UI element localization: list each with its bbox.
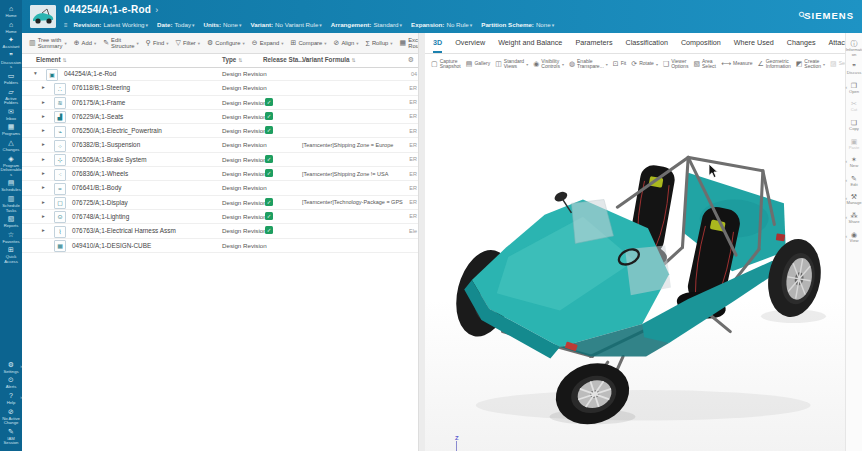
sidebar-item-folders[interactable]: ▭Folders <box>0 72 22 86</box>
sidebar-item-quick-access[interactable]: ⊞Quick Access <box>0 246 22 264</box>
compare-button[interactable]: ⊞Compare▾ <box>288 38 330 48</box>
table-row[interactable]: ▸▢076725/A;1-DisplayDesign Revision✓[Tea… <box>22 196 418 210</box>
table-row[interactable]: ▸⌁076250/A;1-Electric_PowertrainDesign R… <box>22 124 418 138</box>
expander-icon[interactable]: ▸ <box>42 213 45 219</box>
sidebar-item-active-folders[interactable]: ▱Active Folders <box>0 88 22 106</box>
area-select-button[interactable]: ▧Area Select <box>693 59 716 70</box>
column-header-element[interactable]: Element⇅ <box>36 56 67 63</box>
tab-composition[interactable]: Composition <box>681 33 721 53</box>
rotate-button[interactable]: ⟳Rotate▾ <box>631 60 658 68</box>
3d-viewer-canvas[interactable]: Z <box>425 74 845 451</box>
sidebar-item-changes[interactable]: △Changes <box>0 139 22 153</box>
command-manage[interactable]: ⚒Manage‹ <box>846 193 862 206</box>
table-row[interactable]: ▸∴076118/B;1-SteeringDesign RevisionER <box>22 81 418 95</box>
viewer-options-button[interactable]: ❑Viewer Options <box>663 59 689 70</box>
sidebar-item-programs[interactable]: ▦Programs <box>0 123 22 137</box>
expander-icon[interactable]: ▸ <box>42 199 45 205</box>
table-row[interactable]: ▸⁘076382/B;1-SuspensionDesign Revision[T… <box>22 138 418 152</box>
tab-changes[interactable]: Changes <box>787 33 816 53</box>
sidebar-item-settings[interactable]: ⚙Settings› <box>0 361 22 375</box>
sidebar-item-inbox[interactable]: ✉Inbox <box>0 108 22 122</box>
sidebar-item-iam-session[interactable]: ✎IAM Session <box>0 428 22 446</box>
tree-with-summary-button[interactable]: ▥Tree with Summary▾ <box>26 36 70 50</box>
tab-where-used[interactable]: Where Used <box>734 33 774 53</box>
config-expansion[interactable]: Expansion:No Rule▾ <box>411 21 472 28</box>
table-row[interactable]: ▦049410/A;1-DESIGN-CUBEDesign Revision <box>22 239 418 253</box>
expander-icon[interactable]: ▸ <box>42 113 45 119</box>
column-header-variant-formula[interactable]: Variant Formula⇅ <box>302 56 356 63</box>
sidebar-item-discussions[interactable]: ❞Discussions <box>0 52 22 70</box>
fit-button[interactable]: ⊡Fit <box>613 60 626 68</box>
table-row[interactable]: ▸⊹076505/A;1-Brake SystemDesign Revision… <box>22 153 418 167</box>
expander-icon[interactable]: ▸ <box>42 170 45 176</box>
find-button[interactable]: ⚲Find▾ <box>143 38 172 48</box>
table-row[interactable]: ▸⁖076836/A;1-WheelsDesign Revision✓[Team… <box>22 167 418 181</box>
tab-parameters[interactable]: Parameters <box>575 33 612 53</box>
sidebar-item-home[interactable]: ⌂Home <box>0 5 22 19</box>
sidebar-item-favorites[interactable]: ☆Favorites <box>0 231 22 245</box>
rollup-button[interactable]: ΣRollup▾ <box>363 39 396 48</box>
config-arrangement[interactable]: Arrangement:Standard▾ <box>331 21 402 28</box>
create-section-button[interactable]: ◩Create Section▾ <box>796 59 825 70</box>
expander-icon[interactable]: ▾ <box>34 70 37 76</box>
sidebar-item-reports[interactable]: ▧Reports <box>0 215 22 229</box>
breadcrumb-chevron-icon[interactable]: › <box>155 5 158 15</box>
config-units[interactable]: Units:None▾ <box>204 21 242 28</box>
sidebar-item-alerts[interactable]: ⊙Alerts <box>0 376 22 390</box>
sidebar-item-no-active-change[interactable]: ⊘No Active Change <box>0 408 22 426</box>
command-edit[interactable]: ✎Edit‹ <box>846 175 862 188</box>
standard-views-button[interactable]: ◫Standard Views▾ <box>495 59 528 70</box>
filter-button[interactable]: ▽Filter▾ <box>173 38 204 48</box>
expander-icon[interactable]: ▸ <box>42 99 45 105</box>
sidebar-item-home[interactable]: ⌂Home <box>0 21 22 35</box>
config-variant[interactable]: Variant:No Variant Rule▾ <box>250 21 321 28</box>
edit-structure-button[interactable]: ✎Edit Structure▾ <box>100 36 142 50</box>
table-row[interactable]: ▸≋076175/A;1-FrameDesign Revision✓ER <box>22 96 418 110</box>
table-row[interactable]: ▸▟076229/A;1-SeatsDesign Revision✓ER <box>22 110 418 124</box>
expander-icon[interactable]: ▸ <box>42 156 45 162</box>
expander-icon[interactable]: ▸ <box>42 227 45 233</box>
sidebar-item-schedule-tasks[interactable]: ▥Schedule Tasks <box>0 195 22 213</box>
changes-icon: △ <box>8 139 13 147</box>
table-row[interactable]: ▸⊙076748/A;1-LightingDesign Revision✓ER <box>22 210 418 224</box>
config-date[interactable]: Date:Today▾ <box>157 21 195 28</box>
command-open[interactable]: ❐Open‹ <box>846 82 862 95</box>
measure-button[interactable]: ⟷Measure <box>721 60 753 68</box>
table-row[interactable]: ▾▣044254/A;1-e-RodDesign Revision04 <box>22 67 418 81</box>
sidebar-item-schedules[interactable]: ▤Schedules <box>0 179 22 193</box>
command-copy[interactable]: ❏Copy <box>846 119 862 132</box>
config-revision[interactable]: Revision:Latest Working▾ <box>74 21 149 28</box>
capture-snapshot-button[interactable]: ▢Capture Snapshot <box>431 59 461 70</box>
column-header-type[interactable]: Type⇅ <box>222 56 242 63</box>
align-button[interactable]: ⊘Align▾ <box>331 38 362 48</box>
expander-icon[interactable]: ▸ <box>42 127 45 133</box>
command-discuss[interactable]: ❞Discuss <box>846 63 862 76</box>
tab-overview[interactable]: Overview <box>455 33 485 53</box>
expand-button[interactable]: ⊖Expand▾ <box>249 38 287 48</box>
command-view[interactable]: ◉View‹ <box>846 231 862 244</box>
config-partition-scheme[interactable]: Partition Scheme:None▾ <box>481 21 554 28</box>
command-information[interactable]: ⓘInformation <box>846 40 862 57</box>
expander-icon[interactable]: ▸ <box>42 141 45 147</box>
tab-classification[interactable]: Classification <box>626 33 668 53</box>
add-button[interactable]: ⊕Add▾ <box>71 38 99 48</box>
table-row[interactable]: ▸≈076641/B;1-BodyDesign RevisionER <box>22 181 418 195</box>
command-share[interactable]: ⁂Share‹ <box>846 212 862 225</box>
item-icon: ⊹ <box>57 157 62 163</box>
tab-weight-and-balance[interactable]: Weight and Balance <box>498 33 562 53</box>
command-new[interactable]: ✶New‹ <box>846 156 862 169</box>
configure-button[interactable]: ⚙Configure▾ <box>204 38 248 48</box>
element-id: 076725/A;1-Display <box>72 199 128 206</box>
column-config-gear-icon[interactable]: ⚙ <box>408 56 414 64</box>
tab-3d[interactable]: 3D <box>433 33 442 53</box>
enable-transpare-button[interactable]: ◍Enable Transpare...▾ <box>569 59 608 70</box>
sidebar-item-help[interactable]: ?Help› <box>0 392 22 406</box>
expander-icon[interactable]: ▸ <box>42 84 45 90</box>
gallery-button[interactable]: ▤Gallery <box>466 60 490 68</box>
geometric-information-button[interactable]: ∠Geometric Information <box>757 59 790 70</box>
expander-icon[interactable]: ▸ <box>42 184 45 190</box>
sidebar-item-assistant[interactable]: ✦Assistant <box>0 36 22 50</box>
table-row[interactable]: ▸⌇076763/A;1-Electrical Harness AssmDesi… <box>22 224 418 238</box>
sidebar-item-program-deliverables[interactable]: ◈Program Deliverables <box>0 155 22 178</box>
visibility-controls-button[interactable]: ◉Visibility Controls▾ <box>533 59 564 70</box>
